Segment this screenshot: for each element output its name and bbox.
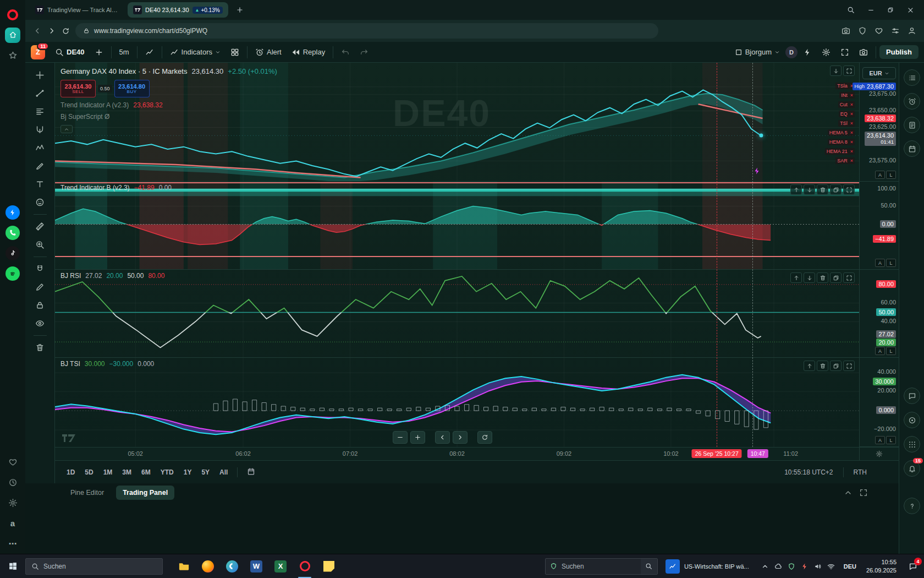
fib-retracement-tool[interactable]	[31, 102, 50, 121]
delete-pane-button[interactable]	[817, 272, 828, 283]
resolution-badge[interactable]: D	[785, 46, 798, 58]
gear-icon[interactable]	[876, 450, 883, 457]
tray-alert-icon[interactable]	[801, 563, 809, 570]
emoji-tool[interactable]	[31, 193, 50, 211]
notifications-button[interactable]: 15	[904, 460, 920, 477]
alert-button[interactable]: Alert	[251, 45, 286, 60]
opera-browser[interactable]	[293, 554, 317, 578]
price-pane[interactable]: DE40 Germany DAX 40 Index · 5 · IC Marke…	[55, 63, 859, 182]
log-scale-button[interactable]: L	[886, 436, 896, 444]
time-axis[interactable]: 05:0206:0207:0208:0209:0210:0211:0226 Se…	[55, 447, 859, 460]
word[interactable]: W	[244, 554, 268, 578]
hide-drawings-tool[interactable]	[31, 314, 50, 332]
new-tab-button[interactable]	[232, 2, 248, 18]
taskbar-clock[interactable]: 10:55 26.09.2025	[861, 558, 902, 574]
zoom-in-button[interactable]	[410, 431, 425, 444]
messenger-icon[interactable]	[6, 205, 20, 220]
network-icon[interactable]	[827, 563, 835, 570]
delete-pane-button[interactable]	[817, 361, 828, 371]
lock-drawings-tool[interactable]	[31, 296, 50, 314]
log-scale-button[interactable]: L	[886, 171, 896, 179]
favorites-heart[interactable]	[8, 457, 18, 467]
move-pane-down-button[interactable]	[804, 184, 815, 195]
edge[interactable]	[220, 554, 244, 578]
news-widget[interactable]: US-Wirtschaft: BIP wä...	[666, 559, 749, 574]
help-button[interactable]	[904, 498, 920, 514]
magnet-tool[interactable]	[31, 260, 50, 278]
calendar-button[interactable]	[904, 140, 920, 157]
reload-icon[interactable]	[62, 27, 70, 35]
file-explorer[interactable]	[172, 554, 196, 578]
volume-icon[interactable]	[814, 563, 822, 570]
url-field[interactable]: www.tradingview.com/chart/d50glPWQ	[75, 23, 658, 39]
spotify-icon[interactable]	[6, 266, 20, 281]
tab-pine-editor[interactable]: Pine Editor	[64, 486, 111, 500]
price-scale[interactable]: EUR High23,687.3023,675.0023,650.0023,63…	[859, 63, 899, 460]
collapse-pane-button[interactable]	[830, 184, 842, 195]
back-icon[interactable]	[33, 26, 42, 35]
keyboard-language[interactable]: DEU	[839, 563, 861, 570]
ideas-button[interactable]	[904, 412, 920, 428]
interval-button[interactable]: 5m	[115, 45, 134, 60]
alert-close-icon[interactable]: ×	[850, 121, 853, 126]
shield-icon[interactable]	[858, 26, 867, 35]
maximize-pane-button[interactable]	[843, 66, 855, 76]
tiktok-icon[interactable]	[6, 246, 20, 260]
panel-expand-icon[interactable]	[844, 488, 853, 497]
undo-button[interactable]	[337, 45, 354, 60]
alert-tag[interactable]: TSla×	[835, 83, 855, 89]
pattern-tool[interactable]	[31, 139, 50, 157]
session-type[interactable]: RTH	[854, 468, 867, 476]
go-to-date-button[interactable]	[243, 465, 259, 479]
go-to-realtime-button[interactable]	[830, 66, 842, 76]
more[interactable]: ⋯	[9, 539, 17, 549]
browser-search-field[interactable]: Suchen	[545, 558, 658, 575]
range-6m[interactable]: 6M	[138, 466, 155, 478]
layout-select-button[interactable]: Bjorgum	[730, 45, 784, 60]
restore-window-button[interactable]	[882, 2, 899, 18]
alert-tag[interactable]: Cut×	[838, 101, 855, 108]
defender-icon[interactable]	[788, 563, 795, 570]
watchlist-button[interactable]	[904, 69, 920, 86]
rsi-legend[interactable]: BJ RSI 27.02 20.00 50.00 80.00	[61, 272, 164, 280]
log-scale-button[interactable]: L	[886, 347, 896, 355]
user-avatar[interactable]: Z11	[31, 45, 45, 59]
replay-button[interactable]: Replay	[287, 45, 329, 60]
delete-pane-button[interactable]	[817, 184, 828, 195]
alert-close-icon[interactable]: ×	[850, 139, 853, 145]
maximize-pane-button[interactable]	[843, 184, 855, 195]
range-all[interactable]: All	[216, 466, 232, 478]
alert-close-icon[interactable]: ×	[850, 102, 853, 107]
opera-logo-icon[interactable]	[7, 9, 18, 20]
range-5d[interactable]: 5D	[81, 466, 97, 478]
snapshot-camera-icon[interactable]	[842, 26, 850, 35]
chart-type-button[interactable]	[141, 45, 158, 60]
alert-tag[interactable]: HEMA 5×	[828, 129, 855, 136]
drawing-mode-tool[interactable]	[31, 278, 50, 296]
pitchfork-tool[interactable]	[31, 121, 50, 139]
alert-tag[interactable]: SAR×	[835, 157, 855, 164]
firefox[interactable]	[196, 554, 220, 578]
amazon[interactable]: a	[10, 519, 15, 528]
speed-dial-home[interactable]	[5, 28, 20, 43]
trend-b-legend[interactable]: Trend Indicator B (v2.3) −41.89 0.00	[61, 184, 172, 192]
range-1m[interactable]: 1M	[100, 466, 117, 478]
alert-close-icon[interactable]: ×	[850, 111, 853, 117]
add-symbol-button[interactable]	[90, 45, 108, 60]
onedrive-icon[interactable]	[774, 563, 782, 570]
settings[interactable]	[8, 498, 18, 508]
whatsapp-icon[interactable]	[6, 226, 20, 240]
snapshot-button[interactable]	[855, 45, 872, 60]
news-button[interactable]	[904, 117, 920, 133]
tsi-legend[interactable]: BJ TSI 30.000 −30.000 0.000	[61, 360, 154, 368]
alert-close-icon[interactable]: ×	[850, 149, 853, 154]
alert-tag[interactable]: INt×	[839, 92, 855, 99]
tab-search-icon[interactable]	[843, 2, 859, 18]
apps-button[interactable]	[904, 436, 920, 452]
axis-settings[interactable]	[860, 447, 899, 460]
maximize-pane-button[interactable]	[843, 272, 855, 283]
collapse-pane-button[interactable]	[830, 272, 842, 283]
alert-tag[interactable]: HEMA 21×	[825, 148, 855, 155]
search-go-button[interactable]	[641, 559, 657, 574]
log-scale-button[interactable]: L	[886, 259, 896, 267]
